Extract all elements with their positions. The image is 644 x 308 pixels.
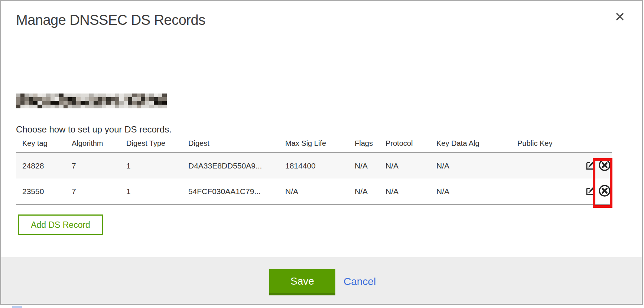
row-actions: [583, 159, 612, 173]
save-button[interactable]: Save: [269, 269, 335, 295]
column-header: Digest Type: [126, 139, 188, 148]
delete-icon: [598, 158, 611, 173]
table-row: 235507154FCF030AA1C79...N/AN/AN/AN/A: [16, 178, 612, 204]
setup-instruction: Choose how to set up your DS records.: [16, 124, 172, 135]
cell-digest-type: 1: [126, 161, 188, 170]
cell-digest: 54FCF030AA1C79...: [188, 187, 285, 196]
ds-records-table: Key tagAlgorithmDigest TypeDigestMax Sig…: [16, 139, 612, 205]
cancel-link[interactable]: Cancel: [344, 276, 376, 288]
background-page-fragment: [12, 306, 22, 308]
column-header: Algorithm: [72, 139, 126, 148]
cell-flags: N/A: [355, 187, 386, 196]
cell-algorithm: 7: [72, 187, 126, 196]
delete-record-button[interactable]: [598, 159, 611, 173]
cell-protocol: N/A: [386, 161, 436, 170]
close-icon: [613, 19, 627, 24]
edit-record-button[interactable]: [583, 159, 597, 173]
delete-icon: [598, 184, 611, 199]
cell-key-data-alg: N/A: [436, 161, 517, 170]
add-ds-record-button[interactable]: Add DS Record: [18, 214, 103, 235]
column-header: Max Sig Life: [285, 139, 355, 148]
cell-key-data-alg: N/A: [436, 187, 517, 196]
delete-record-button[interactable]: [598, 185, 611, 198]
row-actions: [583, 185, 612, 198]
cell-max-sig-life: N/A: [285, 187, 355, 196]
edit-icon: [585, 185, 596, 197]
cell-digest: D4A33E8DD550A9...: [188, 161, 285, 170]
cell-flags: N/A: [355, 161, 386, 170]
cell-digest-type: 1: [126, 187, 188, 196]
cell-key-tag: 24828: [22, 161, 72, 170]
cell-algorithm: 7: [72, 161, 126, 170]
edit-icon: [585, 160, 596, 172]
column-header: Protocol: [386, 139, 436, 148]
close-button[interactable]: [613, 10, 627, 23]
column-header: Flags: [355, 139, 386, 148]
page-title: Manage DNSSEC DS Records: [16, 12, 205, 28]
dnssec-dialog: Manage DNSSEC DS Records Choose how to s…: [0, 0, 643, 305]
column-header: Key tag: [22, 139, 72, 148]
cell-key-tag: 23550: [22, 187, 72, 196]
table-body: 2482871D4A33E8DD550A9...1814400N/AN/AN/A…: [16, 152, 612, 205]
cell-max-sig-life: 1814400: [285, 161, 355, 170]
column-header: Key Data Alg: [436, 139, 517, 148]
column-header: Digest: [188, 139, 285, 148]
redacted-domain: [16, 94, 167, 108]
cell-protocol: N/A: [386, 187, 436, 196]
table-header-row: Key tagAlgorithmDigest TypeDigestMax Sig…: [16, 139, 612, 152]
edit-record-button[interactable]: [583, 185, 597, 198]
table-row: 2482871D4A33E8DD550A9...1814400N/AN/AN/A: [16, 153, 612, 178]
column-header: Public Key: [517, 139, 583, 148]
dialog-footer: Save Cancel: [1, 257, 642, 304]
